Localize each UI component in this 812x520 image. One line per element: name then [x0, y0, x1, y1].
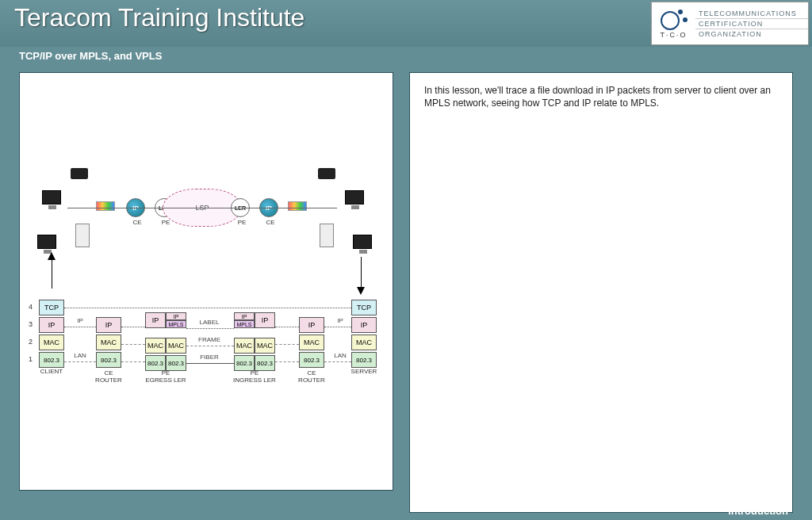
stack-pe-egress: IPIP MPLS MACMAC 802.3802.3 PE EGRESS LE…: [145, 312, 186, 373]
stack-label: CE ROUTER: [288, 369, 335, 384]
phone-icon: [318, 168, 335, 179]
layer-mac: MAC: [255, 338, 275, 354]
diagram-panel: IP CE LER PE LSP LER PE IP CE 4: [19, 72, 393, 491]
layer-mac: MAC: [145, 338, 166, 354]
lesson-text: In this lesson, we'll trace a file downl…: [424, 85, 771, 109]
dashed-link: [64, 361, 96, 362]
layer-ip: IP: [96, 317, 121, 333]
stack-pe-ingress: IPIP MPLS MACMAC 802.3802.3 PE INGRESS L…: [234, 312, 275, 373]
stack-server: TCP IP MAC 802.3 SERVER: [351, 300, 377, 369]
layer-ip: IP: [234, 312, 255, 320]
layer-mac: MAC: [39, 335, 64, 350]
tco-abbr: T·C·O: [661, 31, 688, 39]
tco-badge: T·C·O TELECOMMUNICATIONS CERTIFICATION O…: [651, 2, 809, 45]
layer-ip: IP: [299, 317, 324, 333]
layer-tcp: TCP: [351, 300, 377, 315]
footer-label: Introduction: [728, 505, 788, 517]
tco-logo: T·C·O: [652, 2, 695, 44]
layer-num: 3: [29, 320, 33, 328]
layer-mac: MAC: [166, 338, 186, 354]
dashed-link: [121, 361, 145, 362]
stack-ce-router-r: IP MAC 802.3 CE ROUTER: [299, 317, 324, 369]
stack-client: TCP IP MAC 802.3 CLIENT: [39, 300, 64, 369]
switch-icon: [288, 201, 307, 211]
layer-num: 4: [29, 303, 33, 311]
tco-line-1: TELECOMMUNICATIONS: [695, 9, 808, 19]
layer-802: 802.3: [351, 352, 377, 368]
tco-line-3: ORGANIZATION: [695, 29, 808, 39]
layer-ip: IP: [351, 317, 377, 333]
layer-mac: MAC: [351, 335, 377, 350]
link-label-fiber: FIBER: [190, 354, 229, 361]
tco-lines: TELECOMMUNICATIONS CERTIFICATION ORGANIZ…: [695, 2, 808, 44]
dashed-link: [275, 361, 299, 362]
solid-link: [186, 363, 234, 364]
arrow-up-icon: [48, 252, 56, 260]
dashed-link: [121, 344, 145, 345]
ce-label: CE: [262, 219, 278, 226]
stack-label: SERVER: [340, 368, 388, 375]
layer-802: 802.3: [39, 352, 64, 368]
layer-mac: MAC: [299, 335, 324, 350]
layer-802: 802.3: [299, 352, 324, 368]
tcp-end-to-end-line: [64, 308, 351, 308]
layer-tcp: TCP: [39, 300, 64, 315]
layer-ip: IP: [39, 317, 64, 333]
link-label-ip: IP: [64, 317, 96, 324]
layer-mac: MAC: [234, 338, 255, 354]
layer-num: 2: [29, 338, 33, 346]
layer-mac: MAC: [96, 335, 121, 350]
layer-mpls: MPLS: [234, 320, 255, 328]
pe-label: PE: [234, 219, 250, 226]
monitor-icon: [353, 235, 372, 249]
monitor-icon: [345, 190, 364, 205]
dashed-link: [324, 361, 351, 362]
layer-802: 802.3: [234, 355, 255, 371]
layer-802: 802.3: [166, 355, 186, 371]
text-panel: In this lesson, we'll trace a file downl…: [409, 72, 793, 513]
layer-num: 1: [29, 355, 33, 363]
dashed-link: [186, 346, 234, 346]
dotted-link: [186, 328, 234, 329]
layer-ip: IP: [166, 312, 186, 320]
dotted-link: [324, 327, 351, 327]
ce-label: CE: [129, 219, 145, 226]
link-label-label: LABEL: [190, 319, 229, 326]
flow-line: [361, 257, 362, 289]
stack-ce-router: IP MAC 802.3 CE ROUTER: [96, 317, 121, 369]
server-icon: [320, 224, 334, 247]
stack-label: PE EGRESS LER: [142, 369, 190, 384]
header: Teracom Training Institute T·C·O TELECOM…: [0, 0, 812, 47]
phone-icon: [71, 168, 88, 179]
dotted-link: [121, 327, 145, 327]
layer-802: 802.3: [96, 352, 121, 368]
link-label-lan: LAN: [64, 352, 96, 359]
stack-label: CE ROUTER: [85, 369, 132, 384]
dotted-link: [64, 327, 96, 327]
monitor-icon: [37, 235, 56, 249]
switch-icon: [96, 201, 115, 211]
stack-label: CLIENT: [28, 368, 75, 375]
server-icon: [75, 224, 90, 247]
tco-line-2: CERTIFICATION: [695, 19, 808, 29]
dotted-link: [275, 327, 299, 327]
link-label-frame: FRAME: [190, 336, 229, 343]
layer-mpls: MPLS: [166, 320, 186, 328]
monitor-icon: [42, 190, 61, 205]
dashed-link: [275, 344, 299, 345]
flow-line: [52, 257, 52, 289]
arrow-down-icon: [357, 287, 365, 295]
layer-802: 802.3: [145, 355, 166, 371]
layer-802: 802.3: [255, 355, 275, 371]
stack-label: PE INGRESS LER: [231, 369, 278, 384]
network-link-line: [67, 208, 337, 208]
lesson-subtitle: TCP/IP over MPLS, and VPLS: [0, 47, 812, 69]
